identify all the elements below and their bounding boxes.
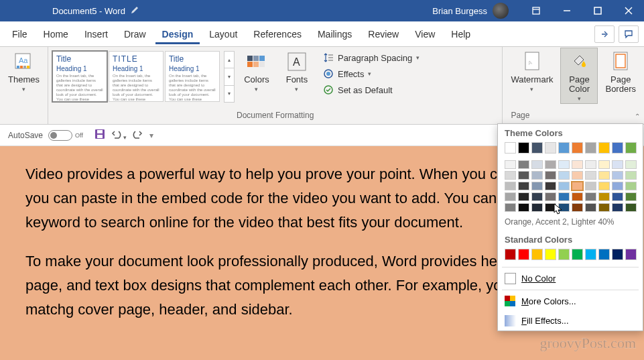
color-swatch[interactable]: [531, 142, 543, 154]
color-swatch[interactable]: [585, 160, 596, 169]
color-swatch[interactable]: [585, 142, 596, 154]
color-swatch[interactable]: [545, 192, 556, 201]
colors-button[interactable]: Colors ▾: [239, 48, 275, 94]
themes-button[interactable]: Aa Themes ▾: [4, 48, 44, 94]
color-swatch[interactable]: [545, 160, 556, 169]
qat-customize-icon[interactable]: ▾: [149, 131, 153, 140]
color-swatch[interactable]: [598, 142, 610, 154]
tab-view[interactable]: View: [408, 23, 442, 44]
color-swatch[interactable]: [598, 192, 610, 201]
color-swatch[interactable]: [505, 171, 516, 180]
color-swatch[interactable]: [625, 192, 637, 201]
color-swatch[interactable]: [558, 160, 570, 169]
more-colors-option[interactable]: More Colors...: [498, 292, 643, 311]
effects-button[interactable]: Effects ▾: [319, 66, 424, 82]
color-swatch[interactable]: [585, 182, 596, 190]
tab-file[interactable]: File: [5, 23, 34, 44]
color-swatch[interactable]: [505, 182, 516, 190]
color-swatch[interactable]: [572, 160, 583, 169]
color-swatch[interactable]: [598, 160, 610, 169]
color-swatch[interactable]: [558, 142, 570, 154]
color-swatch[interactable]: [505, 160, 516, 169]
rename-icon[interactable]: [131, 6, 139, 16]
comments-button[interactable]: [619, 25, 639, 43]
color-swatch[interactable]: [625, 160, 637, 169]
color-swatch[interactable]: [558, 249, 570, 260]
user-avatar[interactable]: [493, 3, 509, 19]
paragraph-spacing-button[interactable]: Paragraph Spacing ▾: [319, 50, 424, 66]
tab-layout[interactable]: Layout: [202, 23, 244, 44]
autosave-toggle[interactable]: [48, 130, 72, 141]
style-set-gallery[interactable]: TitleHeading 1On the Insert tab, the gal…: [52, 48, 220, 102]
color-swatch[interactable]: [531, 171, 543, 180]
redo-button[interactable]: [132, 129, 144, 141]
color-swatch[interactable]: [545, 249, 556, 260]
style-set-card[interactable]: TITLEHeading 1On the Insert tab, the gal…: [109, 51, 164, 102]
color-swatch[interactable]: [612, 249, 623, 260]
color-swatch[interactable]: [598, 182, 610, 190]
color-swatch[interactable]: [572, 249, 583, 260]
color-swatch[interactable]: [531, 249, 543, 260]
no-color-option[interactable]: No Color: [498, 269, 643, 288]
tab-help[interactable]: Help: [444, 23, 477, 44]
close-button[interactable]: [613, 0, 644, 21]
color-swatch[interactable]: [585, 249, 596, 260]
set-as-default-button[interactable]: Set as Default: [319, 82, 424, 98]
color-swatch[interactable]: [572, 142, 583, 154]
color-swatch[interactable]: [612, 203, 623, 212]
color-swatch[interactable]: [612, 182, 623, 190]
color-swatch[interactable]: [598, 249, 610, 260]
maximize-button[interactable]: [582, 0, 613, 21]
color-swatch[interactable]: [505, 192, 516, 201]
tab-insert[interactable]: Insert: [78, 23, 115, 44]
color-swatch[interactable]: [625, 171, 637, 180]
tab-home[interactable]: Home: [37, 23, 75, 44]
color-swatch[interactable]: [518, 160, 529, 169]
color-swatch[interactable]: [545, 142, 556, 154]
color-swatch[interactable]: [558, 171, 570, 180]
color-swatch[interactable]: [572, 171, 583, 180]
color-swatch[interactable]: [612, 192, 623, 201]
color-swatch[interactable]: [545, 182, 556, 190]
color-swatch[interactable]: [505, 203, 516, 212]
color-swatch[interactable]: [518, 192, 529, 201]
style-set-card[interactable]: TitleHeading 1On the Insert tab, the gal…: [165, 51, 220, 102]
color-swatch[interactable]: [625, 182, 637, 190]
color-swatch[interactable]: [572, 192, 583, 201]
color-swatch[interactable]: [558, 182, 570, 190]
undo-button[interactable]: ▾: [111, 129, 127, 141]
fill-effects-option[interactable]: Fill Effects...: [498, 311, 643, 331]
color-swatch[interactable]: [585, 192, 596, 201]
color-swatch[interactable]: [572, 182, 583, 190]
color-swatch[interactable]: [518, 203, 529, 212]
style-set-card[interactable]: TitleHeading 1On the Insert tab, the gal…: [52, 51, 107, 102]
tab-draw[interactable]: Draw: [117, 23, 153, 44]
color-swatch[interactable]: [531, 160, 543, 169]
ribbon-display-icon[interactable]: [521, 0, 552, 21]
color-swatch[interactable]: [531, 192, 543, 201]
color-swatch[interactable]: [531, 203, 543, 212]
page-borders-button[interactable]: Page Borders: [601, 48, 640, 94]
color-swatch[interactable]: [598, 171, 610, 180]
tab-review[interactable]: Review: [361, 23, 405, 44]
user-name[interactable]: Brian Burgess: [432, 6, 487, 16]
color-swatch[interactable]: [612, 160, 623, 169]
color-swatch[interactable]: [518, 182, 529, 190]
color-swatch[interactable]: [625, 249, 637, 260]
color-swatch[interactable]: [545, 203, 556, 212]
color-swatch[interactable]: [518, 142, 529, 154]
tab-references[interactable]: References: [247, 23, 308, 44]
color-swatch[interactable]: [558, 203, 570, 212]
color-swatch[interactable]: [505, 142, 516, 154]
color-swatch[interactable]: [545, 171, 556, 180]
color-swatch[interactable]: [558, 192, 570, 201]
color-swatch[interactable]: [585, 171, 596, 180]
color-swatch[interactable]: [518, 249, 529, 260]
color-swatch[interactable]: [505, 249, 516, 260]
color-swatch[interactable]: [531, 182, 543, 190]
gallery-scroll[interactable]: ▴▾▾: [224, 51, 235, 102]
share-button[interactable]: [594, 25, 615, 43]
save-button[interactable]: [94, 128, 106, 142]
tab-mailings[interactable]: Mailings: [311, 23, 359, 44]
color-swatch[interactable]: [572, 203, 583, 212]
